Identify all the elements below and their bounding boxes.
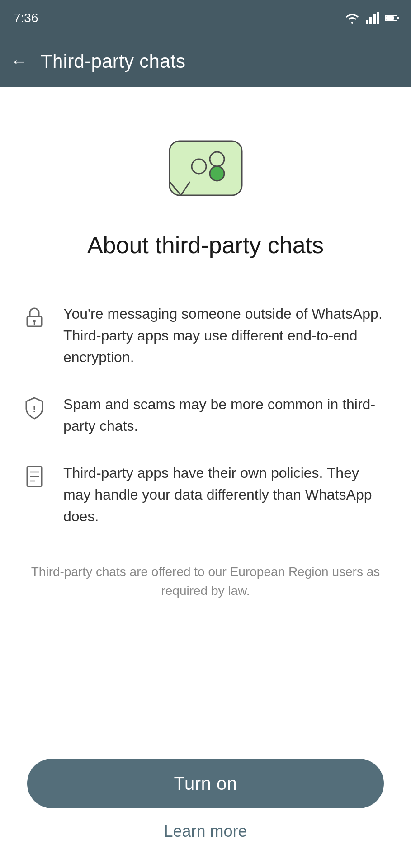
svg-text:!: ! — [33, 403, 36, 415]
back-button[interactable]: ← — [11, 52, 27, 71]
svg-rect-1 — [369, 17, 372, 24]
turn-on-button[interactable]: Turn on — [27, 759, 384, 808]
info-text-policies: Third-party apps have their own policies… — [63, 462, 389, 527]
footer-note: Third-party chats are offered to our Eur… — [0, 562, 411, 600]
learn-more-link[interactable]: Learn more — [164, 822, 247, 841]
main-content: About third-party chats You're messaging… — [0, 87, 411, 868]
info-list: You're messaging someone outside of What… — [0, 290, 411, 540]
document-icon — [22, 464, 47, 489]
info-text-spam: Spam and scams may be more common in thi… — [63, 393, 389, 437]
svg-point-9 — [33, 320, 36, 322]
app-bar: ← Third-party chats — [0, 36, 411, 87]
wifi-icon — [344, 12, 360, 24]
status-icons — [344, 12, 397, 24]
bottom-actions: Turn on Learn more — [0, 745, 411, 868]
info-item-policies: Third-party apps have their own policies… — [22, 449, 389, 540]
svg-rect-0 — [366, 20, 368, 24]
svg-rect-3 — [377, 12, 379, 24]
signal-icon — [366, 12, 379, 24]
status-time: 7:36 — [14, 11, 38, 25]
status-bar: 7:36 — [0, 0, 411, 36]
svg-point-7 — [210, 166, 224, 181]
lock-icon — [22, 305, 47, 330]
third-party-chat-icon — [165, 132, 246, 204]
info-item-spam: ! Spam and scams may be more common in t… — [22, 381, 389, 449]
page-title: About third-party chats — [69, 231, 342, 259]
icon-container — [165, 132, 246, 204]
battery-icon — [385, 15, 397, 21]
shield-icon: ! — [22, 395, 47, 420]
info-item-encryption: You're messaging someone outside of What… — [22, 290, 389, 381]
app-bar-title: Third-party chats — [41, 51, 185, 72]
info-text-encryption: You're messaging someone outside of What… — [63, 303, 389, 368]
svg-rect-2 — [373, 14, 376, 24]
